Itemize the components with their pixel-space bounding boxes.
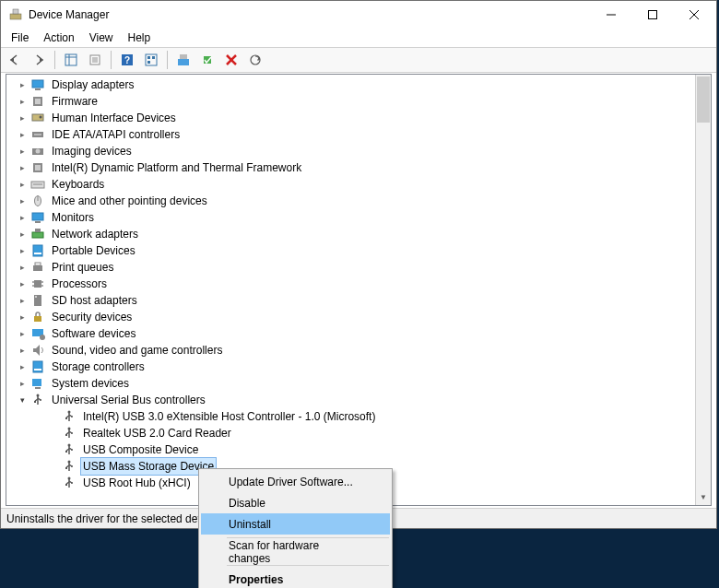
tree-node-cat-6[interactable]: ▸Keyboards (6, 176, 711, 193)
tree-label: Imaging devices (49, 143, 135, 159)
svg-rect-97 (65, 484, 67, 486)
chip-icon (30, 94, 45, 109)
toolbar-view-button[interactable] (141, 50, 161, 70)
expand-icon[interactable]: ▸ (16, 277, 29, 290)
context-update-driver[interactable]: Update Driver Software... (201, 471, 390, 492)
toolbar-scan-button[interactable] (245, 50, 265, 70)
tree-node-cat-9[interactable]: ▸Network adapters (6, 226, 711, 242)
tree-node-cat-15[interactable]: ▸Software devices (6, 325, 711, 342)
svg-rect-17 (152, 56, 155, 59)
minimize-button[interactable] (590, 2, 631, 29)
context-properties[interactable]: Properties (201, 569, 390, 588)
expand-icon[interactable]: ▸ (16, 194, 29, 207)
tree-node-cat-8[interactable]: ▸Monitors (6, 209, 711, 226)
expand-icon[interactable]: ▸ (16, 311, 29, 323)
expand-icon[interactable]: ▸ (16, 261, 29, 274)
expand-icon[interactable]: ▸ (16, 95, 29, 108)
svg-point-58 (40, 335, 45, 340)
tree-node-cat-0[interactable]: ▸Display adapters (6, 76, 711, 93)
display-icon (30, 77, 45, 92)
tree-node-cat-5[interactable]: ▸Intel(R) Dynamic Platform and Thermal F… (6, 159, 711, 176)
svg-text:?: ? (124, 55, 130, 65)
tree-node-cat-3[interactable]: ▸IDE ATA/ATAPI controllers (6, 126, 711, 143)
svg-rect-56 (34, 316, 41, 322)
svg-rect-62 (35, 387, 41, 389)
expand-icon[interactable]: ▸ (16, 244, 29, 257)
toolbar-separator (54, 51, 55, 69)
context-uninstall[interactable]: Uninstall (201, 513, 390, 535)
svg-rect-44 (35, 229, 41, 232)
tree-node-cat-18[interactable]: ▸System devices (6, 375, 711, 392)
context-disable[interactable]: Disable (201, 492, 390, 513)
tree-node-usb-2[interactable]: USB Composite Device (6, 441, 711, 458)
expand-icon[interactable]: ▸ (16, 327, 29, 340)
tree-label: IDE ATA/ATAPI controllers (49, 126, 183, 143)
tree-label: Software devices (49, 325, 138, 342)
toolbar-forward-button[interactable] (29, 50, 49, 70)
svg-rect-25 (32, 80, 43, 88)
sd-icon (30, 293, 45, 308)
toolbar-properties-button[interactable] (85, 50, 105, 70)
svg-rect-6 (65, 54, 77, 65)
expand-icon[interactable]: ▸ (16, 145, 29, 158)
expand-icon[interactable]: ▸ (16, 211, 29, 224)
tree-node-cat-4[interactable]: ▸Imaging devices (6, 143, 711, 159)
expand-icon[interactable]: ▸ (16, 344, 29, 357)
expand-icon[interactable]: ▸ (16, 294, 29, 307)
expand-icon[interactable]: ▸ (16, 161, 29, 174)
toolbar-back-button[interactable] (5, 50, 25, 70)
tree-node-cat-12[interactable]: ▸Processors (6, 276, 711, 292)
svg-rect-48 (35, 263, 41, 265)
menu-action[interactable]: Action (37, 29, 80, 46)
expand-icon[interactable]: ▸ (16, 360, 29, 373)
tree-node-cat-10[interactable]: ▸Portable Devices (6, 242, 711, 259)
toolbar-show-tree-button[interactable] (61, 50, 81, 70)
toolbar-help-button[interactable]: ? (117, 50, 137, 70)
vertical-scrollbar[interactable]: ▲ ▼ (695, 75, 711, 505)
toolbar-uninstall-button[interactable] (221, 50, 242, 70)
collapse-icon[interactable]: ▾ (16, 394, 29, 406)
scroll-down-icon[interactable]: ▼ (696, 489, 711, 505)
expand-icon[interactable]: ▸ (16, 228, 29, 241)
expand-icon[interactable]: ▸ (16, 377, 29, 390)
expand-icon[interactable]: ▸ (16, 78, 29, 91)
toolbar-update-driver-button[interactable] (173, 50, 194, 70)
svg-point-30 (40, 116, 42, 119)
svg-rect-43 (32, 232, 43, 238)
app-icon (8, 7, 23, 22)
tree-node-cat-7[interactable]: ▸Mice and other pointing devices (6, 193, 711, 209)
menu-help[interactable]: Help (122, 29, 158, 46)
svg-point-34 (36, 149, 41, 154)
tree-node-cat-16[interactable]: ▸Sound, video and game controllers (6, 342, 711, 359)
svg-rect-46 (34, 253, 41, 254)
svg-rect-28 (35, 99, 41, 104)
svg-rect-61 (32, 379, 41, 386)
tree-label: Keyboards (49, 176, 107, 193)
tree-node-cat-17[interactable]: ▸Storage controllers (6, 359, 711, 375)
context-scan[interactable]: Scan for hardware changes (201, 541, 390, 562)
tree-node-usb-0[interactable]: Intel(R) USB 3.0 eXtensible Host Control… (6, 408, 711, 425)
svg-rect-32 (34, 134, 41, 135)
tree-node-cat-1[interactable]: ▸Firmware (6, 93, 711, 110)
expand-icon[interactable]: ▸ (16, 112, 29, 124)
usb-icon (62, 442, 77, 457)
tree-node-cat-2[interactable]: ▸Human Interface Devices (6, 110, 711, 126)
svg-rect-16 (147, 56, 150, 59)
tree-node-cat-13[interactable]: ▸SD host adapters (6, 292, 711, 309)
expand-icon[interactable]: ▸ (16, 128, 29, 141)
toolbar-enable-button[interactable] (197, 50, 218, 70)
keyboard-icon (30, 177, 45, 192)
menu-file[interactable]: File (5, 29, 35, 46)
svg-point-68 (40, 399, 41, 401)
menu-view[interactable]: View (83, 29, 120, 46)
scroll-thumb[interactable] (697, 76, 710, 123)
expand-icon[interactable]: ▸ (16, 178, 29, 191)
close-button[interactable] (673, 2, 714, 29)
tree-node-usb-1[interactable]: Realtek USB 2.0 Card Reader (6, 425, 711, 441)
tree-node-cat-14[interactable]: ▸Security devices (6, 309, 711, 325)
tree-node-cat-11[interactable]: ▸Print queues (6, 259, 711, 276)
tree-node-usb-cat[interactable]: ▾Universal Serial Bus controllers (6, 392, 711, 408)
maximize-button[interactable] (631, 2, 673, 29)
storage-icon (30, 243, 45, 258)
device-manager-window: Device Manager File Action View Help ? ▸… (0, 0, 717, 529)
